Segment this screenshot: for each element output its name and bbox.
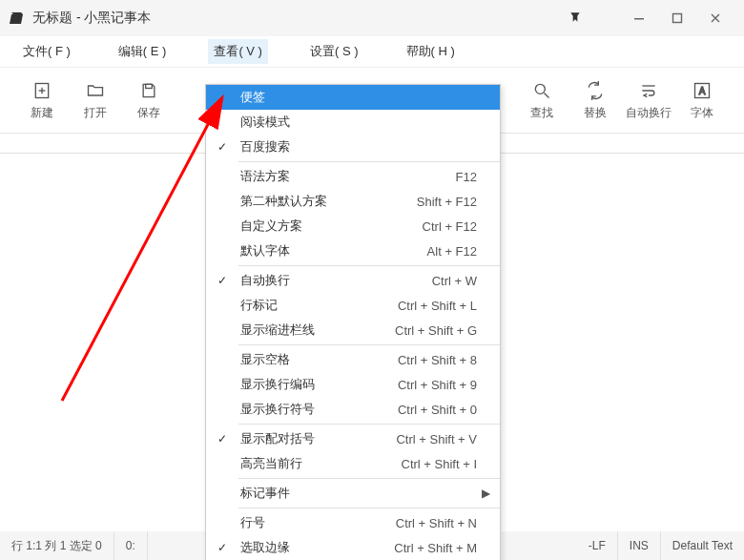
toolbar-wrap-button[interactable]: 自动换行 [622, 73, 675, 127]
menu-item-shortcut: Ctrl + Shift + G [395, 323, 477, 338]
status-insert-mode: INS [618, 531, 661, 560]
check-icon: ✓ [212, 541, 233, 554]
menu-item-shortcut: Ctrl + Shift + V [396, 432, 477, 446]
maximize-button[interactable] [658, 0, 696, 36]
menu-edit[interactable]: 编辑( E ) [113, 39, 173, 64]
app-icon [10, 10, 25, 26]
menu-item[interactable]: 自定义方案Ctrl + F12 [206, 214, 500, 239]
svg-line-7 [545, 93, 549, 97]
menu-item-shortcut: Shift + F12 [417, 195, 477, 209]
close-button[interactable] [696, 0, 734, 36]
open-file-icon [85, 80, 106, 101]
toolbar-save-label: 保存 [137, 105, 160, 121]
menu-item-label: 语法方案 [233, 168, 456, 185]
menu-item[interactable]: 行标记Ctrl + Shift + L [206, 293, 500, 318]
menu-item[interactable]: 显示缩进栏线Ctrl + Shift + G [206, 318, 500, 342]
menu-item[interactable]: 高亮当前行Ctrl + Shift + I [206, 451, 500, 476]
minimize-button[interactable] [620, 0, 658, 36]
menu-item-label: 阅读模式 [233, 114, 477, 131]
menu-item[interactable]: 显示换行符号Ctrl + Shift + 0 [206, 397, 500, 422]
font-icon: A [692, 80, 713, 101]
menu-item[interactable]: 显示换行编码Ctrl + Shift + 9 [206, 372, 500, 397]
menu-item[interactable]: 便签 [206, 85, 500, 110]
status-zero: 0: [114, 531, 148, 560]
menu-item-label: 高亮当前行 [233, 455, 402, 472]
menu-item-shortcut: F12 [456, 170, 477, 184]
menu-item-shortcut: Ctrl + Shift + N [396, 516, 477, 530]
menu-separator [238, 508, 500, 508]
toolbar-replace-label: 替换 [584, 105, 607, 121]
menu-item-shortcut: Ctrl + Shift + 9 [398, 378, 477, 392]
menu-item-label: 显示配对括号 [233, 430, 396, 447]
menu-item-shortcut: Ctrl + W [432, 274, 477, 288]
menu-item-label: 显示换行编码 [233, 376, 398, 393]
menu-item[interactable]: ✓百度搜索 [206, 135, 500, 159]
menu-item-label: 默认字体 [233, 242, 427, 259]
toolbar-font-button[interactable]: A 字体 [675, 73, 729, 127]
menu-item[interactable]: 第二种默认方案Shift + F12 [206, 189, 500, 214]
window-title: 无标题 - 小黑记事本 [32, 10, 151, 27]
search-icon [531, 80, 552, 101]
svg-rect-0 [634, 18, 644, 20]
toolbar-open-button[interactable]: 打开 [69, 73, 122, 127]
status-position: 行 1:1 列 1 选定 0 [0, 531, 114, 560]
menu-item-label: 便签 [233, 89, 477, 106]
menu-item[interactable]: 阅读模式 [206, 110, 500, 135]
menu-item-label: 百度搜索 [233, 138, 477, 156]
new-file-icon [31, 80, 52, 101]
toolbar-open-label: 打开 [84, 105, 107, 121]
menu-item-label: 显示空格 [233, 351, 398, 368]
menu-item-shortcut: Alt + F12 [427, 244, 477, 259]
toolbar-new-label: 新建 [31, 105, 53, 121]
svg-rect-1 [673, 14, 682, 23]
replace-icon [585, 80, 606, 101]
menu-item[interactable]: 显示空格Ctrl + Shift + 8 [206, 347, 500, 372]
pin-icon[interactable] [568, 10, 582, 27]
menu-item-label: 自动换行 [233, 272, 432, 289]
svg-point-6 [535, 84, 545, 93]
menu-item[interactable]: ✓显示配对括号Ctrl + Shift + V [206, 426, 500, 451]
toolbar-replace-button[interactable]: 替换 [568, 73, 622, 127]
menu-item-label: 第二种默认方案 [233, 193, 417, 210]
menu-item[interactable]: ✓自动换行Ctrl + W [206, 268, 500, 293]
toolbar-wrap-label: 自动换行 [626, 105, 672, 121]
menu-setting[interactable]: 设置( S ) [304, 39, 364, 64]
menu-item[interactable]: 默认字体Alt + F12 [206, 239, 500, 263]
menu-item[interactable]: 标记事件▶ [206, 481, 500, 506]
menu-item[interactable]: 行号Ctrl + Shift + N [206, 510, 500, 535]
view-menu-dropdown: 便签阅读模式✓百度搜索语法方案F12第二种默认方案Shift + F12自定义方… [205, 84, 501, 560]
menu-help[interactable]: 帮助( H ) [401, 39, 461, 64]
menu-item-label: 自定义方案 [233, 218, 423, 235]
menu-item[interactable]: ✓选取边缘Ctrl + Shift + M [206, 535, 500, 560]
toolbar-save-button[interactable]: 保存 [122, 73, 176, 127]
menu-separator [238, 424, 500, 425]
menu-separator [238, 265, 500, 266]
toolbar-find-label: 查找 [530, 105, 553, 121]
menu-item-shortcut: Ctrl + Shift + 8 [398, 353, 477, 367]
menu-item[interactable]: 语法方案F12 [206, 164, 500, 189]
wrap-icon [638, 80, 659, 101]
menu-view[interactable]: 查看( V ) [208, 39, 268, 64]
menu-separator [238, 161, 500, 162]
svg-text:A: A [699, 86, 706, 96]
status-language: Default Text [661, 531, 744, 560]
menu-item-shortcut: Ctrl + F12 [423, 219, 477, 234]
check-icon: ✓ [212, 274, 233, 287]
check-icon: ✓ [212, 140, 233, 154]
menu-item-label: 行标记 [233, 297, 398, 314]
save-icon [138, 80, 159, 101]
toolbar-find-button[interactable]: 查找 [515, 73, 568, 127]
toolbar-new-button[interactable]: 新建 [15, 73, 69, 127]
svg-rect-5 [146, 84, 153, 88]
status-lineending: -LF [577, 531, 618, 560]
menu-file[interactable]: 文件( F ) [17, 39, 76, 64]
menu-bar: 文件( F ) 编辑( E ) 查看( V ) 设置( S ) 帮助( H ) [0, 36, 744, 67]
menu-item-shortcut: Ctrl + Shift + M [394, 541, 477, 555]
menu-item-shortcut: Ctrl + Shift + 0 [398, 403, 477, 417]
menu-item-label: 标记事件 [233, 485, 477, 502]
menu-item-shortcut: Ctrl + Shift + L [398, 299, 477, 313]
menu-item-label: 显示换行符号 [233, 401, 398, 418]
toolbar-font-label: 字体 [691, 105, 713, 121]
title-bar: 无标题 - 小黑记事本 [0, 0, 744, 36]
check-icon: ✓ [212, 432, 233, 446]
